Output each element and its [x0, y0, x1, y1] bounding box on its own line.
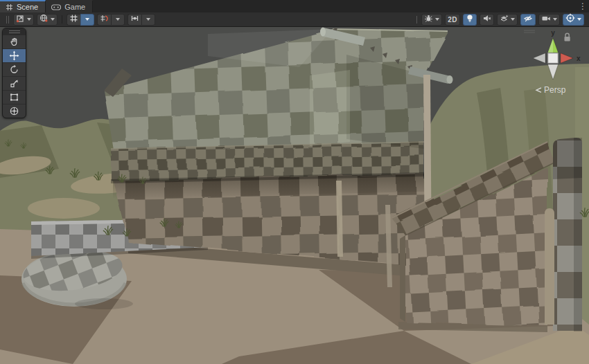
tool-move[interactable] [3, 48, 26, 62]
projection-toggle[interactable]: Persp [536, 85, 566, 95]
dropdown-caret [577, 18, 581, 21]
tools-overlay-drag-handle[interactable] [3, 28, 26, 35]
dropdown-caret [511, 18, 515, 21]
dropdown-caret [435, 18, 439, 21]
light-bulb-icon [466, 13, 474, 26]
overlay-drag-handle[interactable] [416, 16, 417, 24]
handle-orientation-button[interactable] [37, 14, 58, 26]
tab-bar: Scene Game ⋮ [0, 0, 589, 12]
camera-settings-button[interactable] [538, 14, 560, 26]
kebab-menu-icon[interactable]: ⋮ [577, 0, 589, 12]
tool-transform[interactable] [3, 104, 26, 118]
gamepad-icon [51, 4, 61, 10]
grid-icon [69, 13, 78, 26]
tool-view-hand[interactable] [3, 35, 26, 48]
dropdown-caret [51, 18, 55, 21]
increment-snap-group [128, 14, 155, 26]
tool-rotate[interactable] [3, 62, 26, 76]
view-options-cluster: 2D [414, 14, 586, 26]
gizmo-drag-handle [524, 30, 535, 33]
projection-label: Persp [544, 85, 566, 95]
unity-scene-view-window: Scene Game ⋮ [0, 0, 589, 364]
scene-view-toolbar: 2D [0, 12, 589, 27]
bug-icon [424, 13, 433, 26]
tab-game[interactable]: Game [46, 0, 93, 12]
grid-visibility-group [67, 14, 94, 26]
eye-slash-icon [523, 13, 533, 26]
video-camera-icon [541, 13, 551, 26]
tab-bar-spacer [93, 0, 577, 12]
snap-settings-dropdown[interactable] [111, 14, 125, 26]
scene-canvas[interactable] [0, 27, 589, 364]
hand-icon [9, 37, 19, 47]
tool-settings-group [13, 14, 34, 26]
gizmo-axis-x-cone[interactable] [561, 53, 573, 63]
gizmos-toggle-button[interactable] [563, 14, 584, 26]
dropdown-caret [27, 18, 31, 21]
2d-view-toggle[interactable]: 2D [445, 14, 460, 26]
pivot-mode-button[interactable] [13, 14, 34, 26]
scene-debug-button[interactable] [421, 14, 442, 26]
dropdown-caret [116, 18, 120, 21]
gizmo-axis-y-cone[interactable] [548, 38, 559, 53]
transform-sphere-icon [9, 106, 19, 116]
axis-x-label: x [577, 55, 581, 62]
grid-visibility-button[interactable] [67, 14, 80, 26]
grid-snap-magnet-icon [100, 13, 109, 26]
gizmo-center-cube[interactable] [548, 53, 558, 63]
scene-lighting-toggle[interactable] [463, 14, 477, 26]
scene-gizmo-overlay: y x Persp [522, 29, 586, 98]
pivot-square-arrow-icon [16, 13, 25, 26]
toolbar-separator [62, 15, 62, 24]
move-arrows-icon [9, 51, 19, 61]
tool-rect[interactable] [3, 90, 26, 104]
increment-snap-button[interactable] [128, 14, 141, 26]
overlay-drag-handle[interactable] [6, 16, 9, 24]
gizmo-axis-down-cone[interactable] [548, 64, 559, 80]
globe-icon [39, 13, 49, 26]
rect-handles-icon [9, 92, 19, 102]
scene-viewport[interactable]: y x Persp [0, 27, 589, 364]
tab-game-label: Game [64, 3, 85, 11]
scale-arrow-icon [9, 78, 19, 89]
gizmo-axis-left-cone[interactable] [533, 53, 545, 63]
snap-settings-button[interactable] [97, 14, 111, 26]
2d-toggle-label: 2D [448, 16, 457, 24]
audio-toggle[interactable] [480, 14, 494, 26]
snap-settings-group [97, 14, 125, 26]
tools-overlay [2, 28, 26, 118]
tab-scene[interactable]: Scene [0, 0, 46, 12]
dropdown-caret [85, 18, 89, 21]
padlock-icon[interactable] [565, 33, 570, 41]
layers-sparkle-icon [500, 13, 509, 26]
increment-snap-icon [130, 13, 139, 26]
axis-y-label: y [551, 29, 555, 37]
effects-toggle-button[interactable] [497, 14, 518, 26]
tab-scene-label: Scene [17, 3, 38, 11]
grid-visibility-dropdown[interactable] [80, 14, 94, 26]
tool-scale[interactable] [3, 76, 26, 90]
increment-snap-dropdown[interactable] [141, 14, 155, 26]
dropdown-caret [146, 18, 150, 21]
dropdown-caret [553, 18, 557, 21]
rotate-arrows-icon [9, 64, 19, 75]
scene-visibility-toggle[interactable] [520, 14, 536, 26]
orientation-group [37, 14, 58, 26]
crosshair-sphere-icon [565, 13, 575, 26]
scene-grid-icon [6, 3, 13, 11]
speaker-muted-icon [482, 13, 491, 26]
